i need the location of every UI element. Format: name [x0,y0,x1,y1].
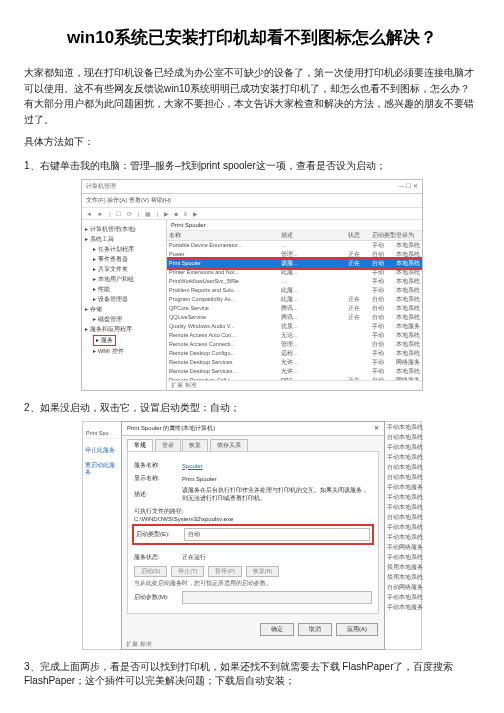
service-row[interactable]: QPCore Service腾讯...正在自动本地系统 [167,304,422,313]
list-row-fragment: 手动网络服务 [385,542,421,552]
dialog-tabs[interactable]: 常规 登录 恢复 依存关系 [122,436,384,451]
page-title: win10系统已安装打印机却看不到图标怎么解决？ [24,26,480,49]
start-param-note: 当从此处启动服务时，您可指定所适用的启动参数。 [134,580,372,587]
service-state-label: 服务状态: [134,553,182,562]
startup-type-select[interactable]: 自动 [184,528,370,541]
tree-node[interactable]: ▸ 事件查看器 [85,255,163,264]
window-controls[interactable]: — ☐ ✕ [399,182,418,191]
list-row-fragment: 手动本地服务 [385,602,421,612]
screenshot-services-window: 计算机管理 — ☐ ✕ 文件(F) 操作(A) 查看(V) 帮助(H) ◄ ► … [81,179,423,391]
tree-node[interactable]: ▸ 性能 [85,285,163,294]
service-row[interactable]: QQLiveService腾讯...正在自动本地系统 [167,313,422,322]
list-row-fragment: 手动本地系统 [385,452,421,462]
description-label: 描述: [134,490,182,499]
list-row-fragment: 手动本地系统 [385,532,421,542]
menubar[interactable]: 文件(F) 操作(A) 查看(V) 帮助(H) [82,194,422,208]
method-subhead: 具体方法如下： [24,135,480,149]
service-row[interactable]: PrintWorkflowUserSvc_5ff9e...手动本地系统 [167,277,422,286]
cancel-button[interactable]: 取消 [298,623,332,636]
toolbar[interactable]: ◄ ► | ☐ ⟳ | ▦ | ▶ ■ Ⅱ ▶ [82,208,422,220]
service-state-value: 正在运行 [182,553,372,562]
stop-service-link[interactable]: 停止此服务 [85,447,119,454]
list-row-fragment: 手动本地系统 [385,522,421,532]
start-param-label: 启动参数(M): [134,593,182,602]
nav-tree[interactable]: ▸ 计算机管理(本地)▸ 系统工具▸ 任务计划程序▸ 事件查看器▸ 共享文件夹▸… [82,220,167,390]
list-header: 名称 描述 状态 启动类型 登录为 [167,231,422,241]
list-row-fragment: 手动本地系统 [385,422,421,432]
service-row[interactable]: Remote Access Connecti...管理...自动本地系统 [167,340,422,349]
start-param-input[interactable] [182,591,372,604]
dialog-titlebar: Print Spooler 的属性(本地计算机) ✕ [122,422,384,436]
list-row-fragment: 手动本地服务 [385,482,421,492]
service-row[interactable]: Remote Access Auto Con...无论...手动本地系统 [167,331,422,340]
startup-type-label: 启动类型(E): [136,530,184,539]
start-button[interactable]: 启动(S) [134,566,167,577]
pane-bottom-tabs[interactable]: 扩展 标准 [167,380,422,390]
restart-service-link[interactable]: 重启动此服务 [85,462,119,476]
description-value: 该服务在后台执行打印作业并处理与打印机的交互。如果关闭该服务，则无法进行打印或查… [182,487,372,503]
tab-dependencies[interactable]: 依存关系 [210,439,248,451]
tree-node[interactable]: ▸ 存储 [85,305,163,314]
list-row-fragment: 禁用本地系统 [385,572,421,582]
tree-node[interactable]: ▸ 服务 [85,335,163,346]
dialog-bottom-tabs[interactable]: 扩展 标准 [122,640,384,649]
service-name-value: Spooler [182,463,372,469]
list-row-fragment: 自动网络服务 [385,582,421,592]
window-titlebar: 计算机管理 — ☐ ✕ [82,180,422,194]
ok-button[interactable]: 确定 [260,623,294,636]
display-name-label: 显示名称: [134,474,182,483]
tab-recovery[interactable]: 恢复 [182,439,208,451]
service-row[interactable]: Power管理...正在自动本地系统 [167,250,422,259]
service-row[interactable]: Remote Desktop Configu...远程...手动本地系统 [167,349,422,358]
service-row[interactable]: Remote Desktop Services...允许...手动本地系统 [167,367,422,376]
mini-tabs: Print Spo [85,428,119,439]
tab-logon[interactable]: 登录 [155,439,181,451]
stop-button[interactable]: 停止(T) [171,566,204,577]
list-row-fragment: 手动本地系统 [385,442,421,452]
tree-node[interactable]: ▸ 服务和应用程序 [85,325,163,334]
list-row-fragment: 手动本地系统 [385,492,421,502]
list-row-fragment: 自动本地系统 [385,432,421,442]
tree-node[interactable]: ▸ 任务计划程序 [85,245,163,254]
apply-button[interactable]: 应用(A) [336,623,378,636]
services-list[interactable]: 名称 描述 状态 启动类型 登录为 Portable Device Enumer… [167,231,422,380]
tree-node[interactable]: ▸ 本地用户和组 [85,275,163,284]
list-row-fragment: 自动本地系统 [385,472,421,482]
tree-node[interactable]: ▸ 设备管理器 [85,295,163,304]
screenshot-properties-dialog: Print Spo 停止此服务 重启动此服务 Print Spooler 的属性… [82,421,422,650]
pane-title: Print Spooler [167,220,422,231]
service-row[interactable]: Printer Extensions and Not...此服...手动本地系统 [167,268,422,277]
service-row[interactable]: Quality Windows Audio V...优质...手动本地服务 [167,322,422,331]
list-row-fragment: 手动本地系统 [385,592,421,602]
exe-path-label: 可执行文件的路径: [134,507,372,516]
list-row-fragment: 手动本地系统 [385,552,421,562]
dialog-title: Print Spooler 的属性(本地计算机) [127,424,215,433]
service-row[interactable]: Program Compatibility As...此服...正在自动本地系统 [167,295,422,304]
left-pane-strip: Print Spo 停止此服务 重启动此服务 [82,421,121,650]
close-icon[interactable]: ✕ [374,424,379,433]
resume-button[interactable]: 恢复(R) [246,566,280,577]
window-title: 计算机管理 [86,182,116,191]
service-name-label: 服务名称: [134,461,182,470]
list-row-fragment: 手动本地系统 [385,502,421,512]
tree-node[interactable]: ▸ WMI 控件 [85,347,163,356]
step-3: 3、完成上面两步，看是否可以找到打印机，如果还找不到就需要去下载 FlashPa… [24,660,480,688]
display-name-value: Print Spooler [182,476,372,482]
tree-node[interactable]: ▸ 共享文件夹 [85,265,163,274]
service-row[interactable]: Problem Reports and Solu...此服...手动本地系统 [167,286,422,295]
right-list-strip: 手动本地系统自动本地系统手动本地系统手动本地系统自动本地系统自动本地系统手动本地… [385,421,422,650]
service-row[interactable]: Remote Desktop Services允许...手动网络服务 [167,358,422,367]
step-1: 1、右键单击我的电脑：管理–服务–找到print spooler这一项，查看是否… [24,159,480,173]
tab-general[interactable]: 常规 [127,439,153,451]
service-row[interactable]: Print Spooler该服...正在自动本地系统 [167,259,422,268]
tree-node[interactable]: ▸ 系统工具 [85,235,163,244]
list-row-fragment: 禁用本地服务 [385,562,421,572]
services-pane: Print Spooler 名称 描述 状态 启动类型 登录为 Portable… [167,220,422,390]
list-row-fragment: 自动本地系统 [385,462,421,472]
service-row[interactable]: Portable Device Enumerator......手动本地系统 [167,241,422,250]
pause-button[interactable]: 暂停(P) [208,566,241,577]
intro-paragraph: 大家都知道，现在打印机设备已经成为办公室不可缺少的设备了，第一次使用打印机必须要… [24,65,480,127]
tree-node[interactable]: ▸ 计算机管理(本地) [85,225,163,234]
list-row-fragment: 自动本地系统 [385,512,421,522]
tree-node[interactable]: ▸ 磁盘管理 [85,315,163,324]
